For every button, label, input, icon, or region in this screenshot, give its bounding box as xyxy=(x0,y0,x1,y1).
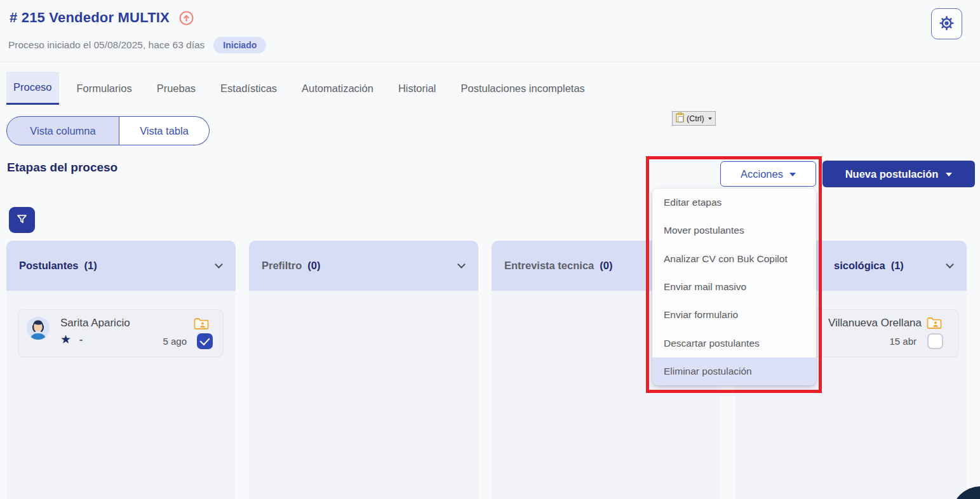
acciones-button[interactable]: Acciones xyxy=(720,161,816,187)
menu-item-enviar-formulario[interactable]: Enviar formulario xyxy=(652,301,816,329)
acciones-button-label: Acciones xyxy=(741,168,783,180)
candidate-rating: ★ - xyxy=(60,333,83,345)
stage-count: (1) xyxy=(84,260,97,272)
menu-item-enviar-mail-masivo[interactable]: Enviar mail masivo xyxy=(652,273,816,301)
clipboard-paste-icon xyxy=(676,112,684,124)
stage-title: Postulantes xyxy=(19,260,79,272)
candidate-folder-icon[interactable] xyxy=(927,317,942,332)
caret-down-icon xyxy=(946,173,952,176)
tab-estadisticas[interactable]: Estadísticas xyxy=(213,72,284,105)
filter-button[interactable] xyxy=(9,207,35,233)
menu-item-descartar-postulantes[interactable]: Descartar postulantes xyxy=(652,329,816,357)
section-title: Etapas del proceso xyxy=(7,161,117,175)
stage-body: Sarita Aparicio ★ - 5 ago xyxy=(6,291,236,499)
paste-widget-label: (Ctrl) xyxy=(687,114,704,123)
rating-value: - xyxy=(79,334,83,345)
menu-item-editar-etapas[interactable]: Editar etapas xyxy=(652,189,816,216)
filter-funnel-icon xyxy=(15,213,29,228)
stage-column-postulantes: Postulantes (1) xyxy=(6,241,236,499)
process-page: # 215 Vendedor MULTIX Proceso iniciado e… xyxy=(0,0,980,499)
acciones-dropdown-menu: Editar etapas Mover postulantes Analizar… xyxy=(652,189,816,385)
tab-postulaciones-incompletas[interactable]: Postulaciones incompletas xyxy=(454,72,592,105)
nueva-postulacion-label: Nueva postulación xyxy=(845,168,939,180)
view-toggle-column[interactable]: Vista columna xyxy=(6,116,119,145)
menu-item-eliminar-postulacion[interactable]: Eliminar postulación xyxy=(652,357,816,385)
menu-item-analizar-cv[interactable]: Analizar CV con Buk Copilot xyxy=(652,245,816,273)
stage-title: sicológica xyxy=(834,260,885,272)
view-toggle: Vista columna Vista tabla xyxy=(6,116,210,145)
tab-formularios[interactable]: Formularios xyxy=(70,72,139,105)
page-title: # 215 Vendedor MULTIX xyxy=(10,10,170,26)
stage-header[interactable]: Prefiltro (0) xyxy=(249,241,478,291)
settings-button[interactable] xyxy=(931,8,962,39)
application-date: 5 ago xyxy=(163,336,187,347)
candidate-card[interactable]: Sarita Aparicio ★ - 5 ago xyxy=(18,309,224,357)
stage-count: (0) xyxy=(600,260,612,272)
process-start-info: Proceso iniciado el 05/08/2025, hace 63 … xyxy=(8,39,205,51)
avatar xyxy=(27,317,50,342)
candidate-name[interactable]: Sarita Aparicio xyxy=(60,317,130,329)
tab-pruebas[interactable]: Pruebas xyxy=(150,72,203,105)
chevron-down-icon[interactable] xyxy=(457,260,466,269)
stage-header[interactable]: Postulantes (1) xyxy=(6,241,236,291)
stage-column-prefiltro: Prefiltro (0) xyxy=(249,241,478,499)
chevron-down-icon[interactable] xyxy=(215,260,223,269)
candidate-checkbox[interactable] xyxy=(927,333,943,349)
tab-proceso[interactable]: Proceso xyxy=(6,72,59,105)
publish-up-arrow-icon[interactable] xyxy=(178,10,194,26)
status-badge: Iniciado xyxy=(213,37,266,53)
star-icon[interactable]: ★ xyxy=(60,333,71,345)
candidate-folder-icon[interactable] xyxy=(194,317,209,333)
chevron-down-icon[interactable] xyxy=(946,260,954,269)
tab-automatizacion[interactable]: Automatización xyxy=(295,72,380,105)
gear-icon xyxy=(939,15,955,33)
menu-item-mover-postulantes[interactable]: Mover postulantes xyxy=(652,216,816,244)
stage-title: Entrevista tecnica xyxy=(504,260,594,272)
stage-count: (1) xyxy=(891,260,904,272)
header-divider xyxy=(0,62,980,62)
candidate-name[interactable]: Villanueva Orellana xyxy=(828,317,922,329)
application-date: 15 abr xyxy=(889,336,916,347)
stage-count: (0) xyxy=(307,260,320,272)
caret-down-icon xyxy=(789,173,796,176)
tab-bar: Proceso Formularios Pruebas Estadísticas… xyxy=(6,72,603,105)
candidate-checkbox[interactable] xyxy=(197,333,213,349)
view-toggle-table[interactable]: Vista tabla xyxy=(119,116,210,145)
nueva-postulacion-button[interactable]: Nueva postulación xyxy=(822,161,975,187)
stage-title: Prefiltro xyxy=(262,260,302,272)
caret-down-icon xyxy=(708,117,712,120)
stage-body xyxy=(249,291,478,499)
paste-options-widget[interactable]: (Ctrl) xyxy=(672,111,716,126)
tab-historial[interactable]: Historial xyxy=(391,72,443,105)
